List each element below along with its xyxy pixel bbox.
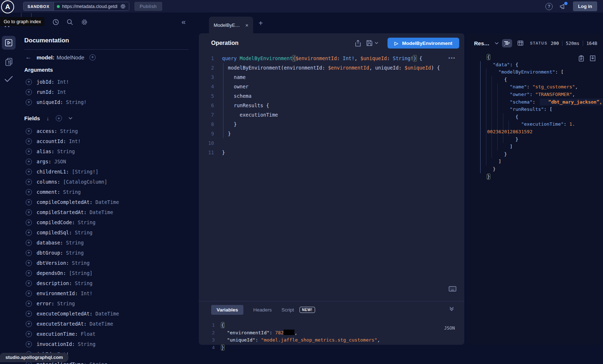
add-to-query-icon[interactable]: + (26, 89, 32, 95)
add-to-query-icon[interactable]: + (26, 189, 32, 195)
announcements-megaphone-icon[interactable] (559, 3, 566, 10)
list-view-button[interactable] (502, 39, 512, 47)
code-line[interactable]: { (487, 113, 599, 121)
fields-heading-row: Fields ↓ + (24, 115, 72, 121)
add-to-query-icon[interactable]: + (26, 209, 32, 216)
code-line[interactable]: 2 modelByEnvironment(environmentId: $env… (199, 63, 464, 72)
history-clock-icon[interactable] (52, 18, 59, 26)
add-to-query-icon[interactable]: + (26, 270, 32, 276)
code-line[interactable]: 5 schema (199, 91, 464, 101)
sort-down-icon[interactable]: ↓ (46, 115, 49, 121)
apollo-logo[interactable]: A (1, 0, 14, 13)
code-line[interactable]: 1query ModelByEnvironment($environmentId… (199, 54, 464, 63)
operation-title: Operation (211, 40, 239, 46)
add-to-query-icon[interactable]: + (26, 179, 32, 185)
add-to-query-icon[interactable]: + (26, 219, 32, 226)
code-line[interactable]: "name": "stg_customers", (487, 83, 599, 91)
add-fields-button[interactable]: + (56, 115, 62, 121)
code-line[interactable]: "executionTime": 1. (487, 121, 599, 128)
add-to-query-icon[interactable]: + (26, 99, 32, 105)
response-chevron-icon[interactable] (495, 42, 499, 45)
sidebar-item-explorer[interactable] (2, 36, 16, 50)
add-to-query-icon[interactable]: + (26, 341, 32, 347)
code-line[interactable]: "schema": “dbt_mary_jackson”, (487, 99, 599, 106)
variables-code-lines[interactable]: 1{2 "environmentId": 782,3 "uniqueId": "… (199, 322, 464, 351)
code-line[interactable]: { (487, 54, 599, 61)
code-line[interactable]: 2 "environmentId": 782, (199, 329, 464, 337)
code-line[interactable]: } (487, 166, 599, 173)
add-to-query-icon[interactable]: + (26, 321, 32, 327)
endpoint-settings-gear-icon[interactable] (120, 3, 126, 9)
table-view-button[interactable] (515, 39, 525, 47)
sidebar-item-checklist[interactable] (4, 75, 14, 83)
code-line[interactable]: 4 owner (199, 82, 464, 91)
sidebar-item-schema[interactable] (4, 57, 14, 67)
code-line[interactable]: 4} (199, 344, 464, 352)
run-operation-button[interactable]: ▷ ModelByEnvironment (388, 38, 459, 49)
code-line[interactable]: 6 runResults { (199, 101, 464, 110)
tab-modelbyenvironment[interactable]: ModelByEnvironment × (209, 17, 253, 33)
help-icon[interactable]: ? (545, 3, 553, 10)
code-line[interactable]: 11} (199, 148, 464, 157)
code-line[interactable]: 7 executionTime (199, 110, 464, 120)
code-line[interactable]: 0023620128631592 (487, 128, 599, 136)
code-line[interactable]: } (487, 173, 599, 181)
code-line[interactable]: "owner": "TRANSFORMER", (487, 91, 599, 99)
code-line[interactable]: 8 } (199, 120, 464, 129)
add-to-query-icon[interactable]: + (26, 301, 32, 307)
collapse-panel-double-chevron-icon[interactable] (449, 306, 454, 311)
add-to-query-icon[interactable]: + (26, 250, 32, 256)
back-arrow-icon[interactable]: ← (25, 54, 32, 61)
close-tab-icon[interactable]: × (245, 22, 248, 28)
code-line[interactable]: } (487, 151, 599, 158)
breadcrumb-type-link[interactable]: ModelNode (56, 54, 84, 60)
add-to-query-icon[interactable]: + (26, 331, 32, 337)
code-line[interactable]: 1{ (199, 322, 464, 329)
endpoint-url-box[interactable]: https://metadata.cloud.getdbt.com/graphq… (54, 2, 129, 11)
add-to-query-icon[interactable]: + (26, 169, 32, 175)
new-tab-button[interactable]: + (259, 19, 263, 28)
tab-script[interactable]: Script (281, 307, 294, 313)
add-to-query-icon[interactable]: + (26, 79, 32, 85)
add-to-query-icon[interactable]: + (26, 311, 32, 317)
code-line[interactable]: ] (487, 158, 599, 166)
keyboard-shortcuts-icon[interactable] (449, 286, 456, 292)
operation-code-lines[interactable]: 1query ModelByEnvironment($environmentId… (199, 54, 464, 157)
add-to-query-icon[interactable]: + (26, 148, 32, 155)
code-line[interactable]: 3 "uniqueId": "model.jaffle_shop_metrics… (199, 336, 464, 344)
code-line[interactable]: 10 (199, 138, 464, 148)
code-line[interactable]: "data": { (487, 61, 599, 69)
response-code-lines[interactable]: { "data": { "modelByEnvironment": [ { "n… (479, 54, 599, 180)
explorer-settings-gear-icon[interactable] (81, 18, 88, 26)
save-control[interactable] (366, 40, 378, 46)
add-to-query-icon[interactable]: + (26, 260, 32, 266)
chevron-down-icon[interactable] (68, 117, 72, 120)
add-to-query-icon[interactable]: + (26, 230, 32, 236)
docs-title: Documentation (24, 37, 69, 44)
add-to-query-icon[interactable]: + (26, 138, 32, 145)
tab-variables[interactable]: Variables (211, 305, 243, 315)
add-to-query-icon[interactable]: + (26, 128, 32, 134)
add-to-query-icon[interactable]: + (26, 290, 32, 297)
add-to-query-icon[interactable]: + (26, 159, 32, 165)
add-all-fields-button[interactable]: + (89, 54, 96, 60)
search-icon[interactable] (66, 18, 74, 26)
share-icon[interactable] (355, 40, 361, 47)
code-line[interactable]: } (487, 136, 599, 143)
code-line[interactable]: "modelByEnvironment": [ (487, 68, 599, 76)
login-button[interactable]: Log in (573, 1, 597, 11)
code-line[interactable]: ] (487, 143, 599, 151)
code-line[interactable]: "runResults": [ (487, 106, 599, 113)
code-line[interactable]: 3 name (199, 72, 464, 82)
add-to-query-icon[interactable]: + (26, 240, 32, 246)
add-to-query-icon[interactable]: + (26, 199, 32, 205)
tab-headers[interactable]: Headers (253, 307, 272, 313)
publish-button[interactable]: Publish (134, 2, 162, 11)
code-line[interactable]: { (487, 76, 599, 84)
collapse-docs-icon[interactable]: « (181, 17, 186, 26)
endpoint-url-input[interactable]: https://metadata.cloud.getdbt.com/graphq… (62, 4, 117, 9)
line-number: 2 (199, 63, 214, 72)
code-line[interactable]: 9 } (199, 129, 464, 138)
field-row: +dependsOn: [String] (26, 268, 119, 278)
add-to-query-icon[interactable]: + (26, 280, 32, 286)
